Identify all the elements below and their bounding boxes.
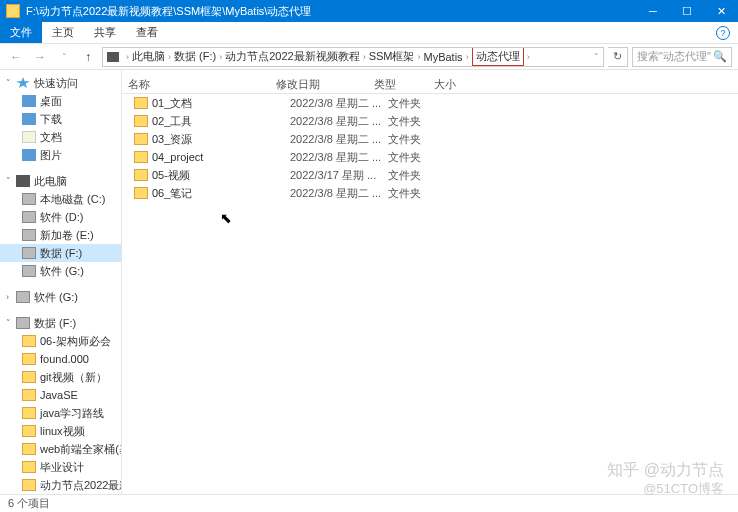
folder-icon xyxy=(22,371,36,383)
sidebar-documents[interactable]: 文档 xyxy=(0,128,121,146)
sidebar-drive-f[interactable]: 数据 (F:) xyxy=(0,244,121,262)
star-icon xyxy=(16,77,30,89)
crumb-1[interactable]: 动力节点2022最新视频教程 xyxy=(225,49,359,64)
folder-icon xyxy=(134,97,148,109)
search-icon[interactable]: 🔍 xyxy=(713,50,727,63)
col-size[interactable]: 大小 xyxy=(428,74,488,93)
col-type[interactable]: 类型 xyxy=(368,74,428,93)
file-type: 文件夹 xyxy=(382,168,442,183)
menu-home[interactable]: 主页 xyxy=(42,22,84,43)
list-header: 名称 修改日期 类型 大小 xyxy=(122,74,738,94)
folder-icon xyxy=(134,115,148,127)
status-text: 6 个项目 xyxy=(8,496,50,511)
folder-icon xyxy=(22,461,36,473)
file-date: 2022/3/17 星期 ... xyxy=(284,168,382,183)
sidebar-folder[interactable]: found.000 xyxy=(0,350,121,368)
search-placeholder: 搜索"动态代理" xyxy=(637,49,711,64)
table-row[interactable]: 02_工具2022/3/8 星期二 ...文件夹 xyxy=(122,112,738,130)
breadcrumb[interactable]: › 此电脑› 数据 (F:)› 动力节点2022最新视频教程› SSM框架› M… xyxy=(102,47,604,67)
folder-icon xyxy=(22,335,36,347)
folder-icon xyxy=(134,187,148,199)
sidebar-folder[interactable]: 动力节点2022最新 xyxy=(0,476,121,494)
sidebar-pictures[interactable]: 图片 xyxy=(0,146,121,164)
minimize-button[interactable]: ─ xyxy=(636,0,670,22)
file-type: 文件夹 xyxy=(382,114,442,129)
sidebar-drive-g[interactable]: 软件 (G:) xyxy=(0,262,121,280)
sidebar: ˅快速访问 桌面 下载 文档 图片 ˅此电脑 本地磁盘 (C:) 软件 (D:)… xyxy=(0,70,122,494)
file-type: 文件夹 xyxy=(382,150,442,165)
crumb-2[interactable]: SSM框架 xyxy=(369,49,415,64)
table-row[interactable]: 04_project2022/3/8 星期二 ...文件夹 xyxy=(122,148,738,166)
drive-icon xyxy=(22,265,36,277)
nav-back[interactable]: ← xyxy=(6,47,26,67)
nav-forward[interactable]: → xyxy=(30,47,50,67)
crumb-3[interactable]: MyBatis xyxy=(424,51,463,63)
sidebar-folder[interactable]: 毕业设计 xyxy=(0,458,121,476)
file-name: 05-视频 xyxy=(152,168,284,183)
menu-share[interactable]: 共享 xyxy=(84,22,126,43)
sidebar-drive-d[interactable]: 软件 (D:) xyxy=(0,208,121,226)
table-row[interactable]: 01_文档2022/3/8 星期二 ...文件夹 xyxy=(122,94,738,112)
sidebar-folder[interactable]: java学习路线 xyxy=(0,404,121,422)
col-name[interactable]: 名称 xyxy=(122,74,270,93)
menu-file[interactable]: 文件 xyxy=(0,22,42,43)
sidebar-drive-c[interactable]: 本地磁盘 (C:) xyxy=(0,190,121,208)
folder-icon xyxy=(22,425,36,437)
close-button[interactable]: ✕ xyxy=(704,0,738,22)
sidebar-folder[interactable]: 06-架构师必会 xyxy=(0,332,121,350)
folder-icon xyxy=(6,4,20,18)
folder-icon xyxy=(22,353,36,365)
addr-dropdown-icon[interactable]: ˅ xyxy=(594,52,599,62)
sidebar-this-pc[interactable]: ˅此电脑 xyxy=(0,172,121,190)
maximize-button[interactable]: ☐ xyxy=(670,0,704,22)
drive-icon xyxy=(16,317,30,329)
sidebar-drive-g2[interactable]: ›软件 (G:) xyxy=(0,288,121,306)
drive-icon xyxy=(22,247,36,259)
folder-icon xyxy=(134,151,148,163)
file-name: 01_文档 xyxy=(152,96,284,111)
address-bar: ← → ˅ ↑ › 此电脑› 数据 (F:)› 动力节点2022最新视频教程› … xyxy=(0,44,738,70)
sidebar-drive-f2[interactable]: ˅数据 (F:) xyxy=(0,314,121,332)
crumb-root[interactable]: 此电脑 xyxy=(132,49,165,64)
help-icon[interactable]: ? xyxy=(716,26,730,40)
file-name: 02_工具 xyxy=(152,114,284,129)
file-date: 2022/3/8 星期二 ... xyxy=(284,150,382,165)
file-type: 文件夹 xyxy=(382,96,442,111)
drive-icon xyxy=(22,193,36,205)
table-row[interactable]: 06_笔记2022/3/8 星期二 ...文件夹 xyxy=(122,184,738,202)
sidebar-folder[interactable]: web前端全家桶(基 xyxy=(0,440,121,458)
nav-recent[interactable]: ˅ xyxy=(54,47,74,67)
search-input[interactable]: 搜索"动态代理" 🔍 xyxy=(632,47,732,67)
desktop-icon xyxy=(22,95,36,107)
nav-up[interactable]: ↑ xyxy=(78,47,98,67)
crumb-current[interactable]: 动态代理 xyxy=(472,47,524,66)
window-title: F:\动力节点2022最新视频教程\SSM框架\MyBatis\动态代理 xyxy=(26,4,636,19)
col-date[interactable]: 修改日期 xyxy=(270,74,368,93)
document-icon xyxy=(22,131,36,143)
crumb-drive[interactable]: 数据 (F:) xyxy=(174,49,216,64)
menubar: 文件 主页 共享 查看 ? xyxy=(0,22,738,44)
table-row[interactable]: 03_资源2022/3/8 星期二 ...文件夹 xyxy=(122,130,738,148)
folder-icon xyxy=(22,389,36,401)
menu-view[interactable]: 查看 xyxy=(126,22,168,43)
sidebar-folder[interactable]: git视频（新） xyxy=(0,368,121,386)
table-row[interactable]: 05-视频2022/3/17 星期 ...文件夹 xyxy=(122,166,738,184)
folder-icon xyxy=(22,407,36,419)
status-bar: 6 个项目 xyxy=(0,494,738,512)
file-date: 2022/3/8 星期二 ... xyxy=(284,186,382,201)
file-list: 名称 修改日期 类型 大小 01_文档2022/3/8 星期二 ...文件夹02… xyxy=(122,70,738,494)
sidebar-downloads[interactable]: 下载 xyxy=(0,110,121,128)
picture-icon xyxy=(22,149,36,161)
folder-icon xyxy=(22,479,36,491)
sidebar-folder[interactable]: JavaSE xyxy=(0,386,121,404)
sidebar-desktop[interactable]: 桌面 xyxy=(0,92,121,110)
pc-icon xyxy=(107,52,119,62)
sidebar-folder[interactable]: linux视频 xyxy=(0,422,121,440)
file-name: 06_笔记 xyxy=(152,186,284,201)
sidebar-quick-access[interactable]: ˅快速访问 xyxy=(0,74,121,92)
sidebar-drive-e[interactable]: 新加卷 (E:) xyxy=(0,226,121,244)
refresh-button[interactable]: ↻ xyxy=(608,47,628,67)
file-date: 2022/3/8 星期二 ... xyxy=(284,96,382,111)
file-date: 2022/3/8 星期二 ... xyxy=(284,132,382,147)
pc-icon xyxy=(16,175,30,187)
